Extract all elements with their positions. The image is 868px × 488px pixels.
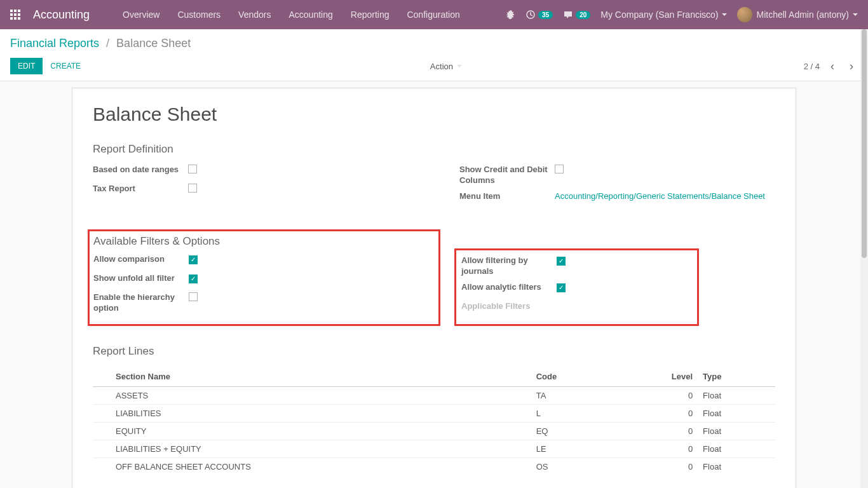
create-button[interactable]: CREATE [43,58,88,74]
cell-section: ASSETS [93,386,531,404]
app-brand[interactable]: Accounting [33,8,90,22]
cell-type: Float [698,404,775,422]
cell-level: 0 [614,440,698,458]
report-lines-table: Section Name Code Level Type ASSETSTA0Fl… [93,367,775,475]
breadcrumb-sep: / [106,37,109,50]
form-sheet: Balance Sheet Report Definition Based on… [72,88,796,488]
cell-section: EQUITY [93,422,531,440]
section-report-lines: Report Lines [93,345,775,358]
caret-down-icon [457,65,462,67]
nav-reporting[interactable]: Reporting [343,6,397,24]
breadcrumb-parent[interactable]: Financial Reports [10,37,99,50]
breadcrumb: Financial Reports / Balance Sheet [10,37,858,50]
cell-level: 0 [614,386,698,404]
label-tax-report: Tax Report [93,184,188,194]
cell-code: LE [531,440,614,458]
caret-down-icon [722,13,727,16]
label-date-ranges: Based on date ranges [93,165,188,175]
nav-configuration[interactable]: Configuration [399,6,467,24]
checkbox-enable-hierarchy[interactable] [189,292,198,301]
navbar: Accounting Overview Customers Vendors Ac… [0,0,868,29]
cell-type: Float [698,422,775,440]
highlight-box-right: Allow filtering by journals Allow analyt… [454,248,699,326]
section-filters: Available Filters & Options [93,235,433,248]
label-applicable-filters: Applicable Filters [461,301,530,311]
label-allow-comparison: Allow comparison [93,254,189,265]
nav-customers[interactable]: Customers [170,6,228,24]
nav-overview[interactable]: Overview [115,6,167,24]
pager-text: 2 / 4 [804,62,820,71]
cell-type: Float [698,440,775,458]
nav-right: 35 20 My Company (San Francisco) Mitchel… [505,7,858,22]
table-row[interactable]: OFF BALANCE SHEET ACCOUNTSOS0Float [93,458,775,475]
activity-badge[interactable]: 35 [526,10,553,20]
highlight-box-left: Available Filters & Options Allow compar… [88,229,440,326]
table-row[interactable]: LIABILITIES + EQUITYLE0Float [93,440,775,458]
table-row[interactable]: LIABILITIESL0Float [93,404,775,422]
action-dropdown[interactable]: Action [430,62,462,71]
user-menu[interactable]: Mitchell Admin (antony) [737,7,858,22]
checkbox-date-ranges[interactable] [188,165,197,173]
checkbox-allow-comparison[interactable] [189,255,198,264]
user-name: Mitchell Admin (antony) [756,10,849,20]
cell-type: Float [698,386,775,404]
table-row[interactable]: ASSETSTA0Float [93,386,775,404]
cell-code: TA [531,386,614,404]
nav-links: Overview Customers Vendors Accounting Re… [115,6,468,24]
label-show-credit-debit: Show Credit and Debit Columns [459,165,555,186]
caret-down-icon [853,13,858,16]
pager-prev[interactable]: ‹ [826,60,839,72]
company-selector[interactable]: My Company (San Francisco) [600,10,727,20]
company-name: My Company (San Francisco) [600,10,718,20]
breadcrumb-current: Balance Sheet [116,37,191,50]
col-type: Type [698,367,775,387]
scrollbar-thumb[interactable] [862,29,867,258]
col-code: Code [531,367,614,387]
edit-button[interactable]: EDIT [10,58,43,74]
bug-icon[interactable] [505,9,515,21]
message-count: 20 [576,11,590,19]
col-section: Section Name [93,367,531,387]
menu-item-link[interactable]: Accounting/Reporting/Generic Statements/… [555,191,775,201]
action-label: Action [430,62,453,71]
label-allow-analytic: Allow analytic filters [461,282,557,293]
pager-next[interactable]: › [845,60,858,72]
cell-level: 0 [614,422,698,440]
nav-vendors[interactable]: Vendors [231,6,278,24]
page-title: Balance Sheet [93,104,775,125]
checkbox-allow-analytic[interactable] [557,283,566,292]
nav-accounting[interactable]: Accounting [281,6,340,24]
cell-level: 0 [614,458,698,475]
cell-type: Float [698,458,775,475]
apps-icon[interactable] [10,10,20,20]
cell-code: EQ [531,422,614,440]
control-panel: Financial Reports / Balance Sheet EDIT C… [0,29,868,81]
scrollbar-track[interactable] [860,29,868,488]
activity-count: 35 [538,11,553,19]
label-allow-journals: Allow filtering by journals [461,255,557,277]
col-level: Level [614,367,698,387]
cell-level: 0 [614,404,698,422]
user-avatar [737,7,752,22]
table-row[interactable]: EQUITYEQ0Float [93,422,775,440]
cell-section: OFF BALANCE SHEET ACCOUNTS [93,458,531,475]
label-enable-hierarchy: Enable the hierarchy option [93,292,189,314]
cell-code: L [531,404,614,422]
label-menu-item: Menu Item [459,191,555,202]
cell-code: OS [531,458,614,475]
checkbox-tax-report[interactable] [188,184,197,193]
pager: 2 / 4 ‹ › [804,60,858,72]
cell-section: LIABILITIES [93,404,531,422]
checkbox-show-credit-debit[interactable] [555,165,564,173]
checkbox-allow-journals[interactable] [557,257,566,266]
label-show-unfold: Show unfold all filter [93,273,189,284]
cell-section: LIABILITIES + EQUITY [93,440,531,458]
checkbox-show-unfold[interactable] [189,274,198,283]
section-report-definition: Report Definition [93,143,775,156]
message-badge[interactable]: 20 [563,10,590,20]
